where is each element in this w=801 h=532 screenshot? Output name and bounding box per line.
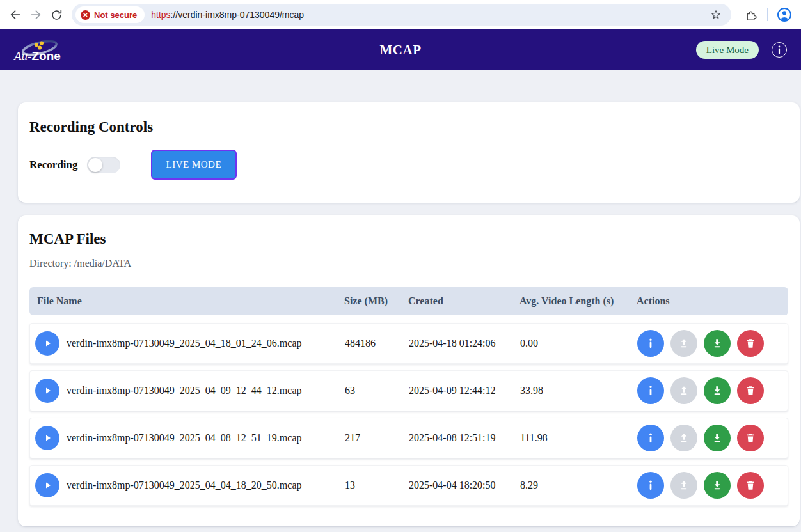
directory-path: Directory: /media/DATA [29,258,788,269]
row-actions [637,377,788,404]
column-header-file-name: File Name [29,295,344,307]
file-name: verdin-imx8mp-07130049_2025_04_04_18_20_… [67,480,345,491]
upload-icon [678,337,690,350]
file-name: verdin-imx8mp-07130049_2025_04_08_12_51_… [67,432,345,444]
upload-button[interactable] [670,377,697,404]
forward-button[interactable] [26,4,46,25]
download-button[interactable] [704,377,731,404]
recording-toggle[interactable] [87,157,120,173]
file-size: 63 [345,385,409,396]
info-button[interactable] [637,425,664,451]
app-header: Au-Zone MCAP Live Mode [0,29,801,70]
file-created: 2025-04-18 01:24:06 [409,338,520,349]
column-header-created: Created [408,295,519,307]
live-mode-button[interactable]: LIVE MODE [151,150,237,180]
file-size: 484186 [345,338,409,349]
column-header-size: Size (MB) [344,295,408,307]
play-icon [42,480,53,491]
play-button[interactable] [35,473,59,497]
reload-button[interactable] [46,4,67,25]
download-icon [711,479,724,492]
delete-button[interactable] [737,377,764,404]
play-button[interactable] [35,331,59,356]
file-size: 13 [345,480,409,491]
play-icon [42,385,53,396]
row-actions [637,330,788,357]
extensions-button[interactable] [740,4,761,25]
url-scheme: https [151,10,170,20]
download-button[interactable] [704,472,731,499]
file-name: verdin-imx8mp-07130049_2025_04_09_12_44_… [67,385,345,396]
info-icon [646,338,655,348]
upload-icon [678,432,690,444]
recording-controls-title: Recording Controls [29,119,788,136]
upload-button[interactable] [670,425,697,451]
main-content: Recording Controls Recording LIVE MODE M… [0,70,801,526]
info-icon [646,386,655,396]
row-actions [637,472,788,499]
page-title: MCAP [380,42,422,58]
download-button[interactable] [704,330,731,357]
info-icon [646,480,655,490]
upload-icon [678,479,690,492]
play-icon [42,338,53,349]
recording-label: Recording [29,159,78,171]
column-header-actions: Actions [637,295,788,307]
upload-button[interactable] [670,330,697,357]
header-info-button[interactable] [772,42,787,58]
file-size: 217 [345,432,409,444]
delete-button[interactable] [737,472,764,499]
info-button[interactable] [637,330,664,357]
info-button[interactable] [637,472,664,499]
recording-controls-row: Recording LIVE MODE [29,150,788,180]
upload-button[interactable] [670,472,697,499]
bookmark-button[interactable] [707,6,725,24]
file-avg-video-length: 33.98 [520,385,637,396]
table-row: verdin-imx8mp-07130049_2025_04_18_01_24_… [29,323,788,364]
not-secure-icon: ✕ [81,10,90,20]
trash-icon [745,338,756,349]
back-button[interactable] [5,4,26,25]
table-row: verdin-imx8mp-07130049_2025_04_09_12_44_… [29,370,788,411]
star-icon [710,8,722,21]
header-right: Live Mode [696,41,787,59]
row-actions [637,425,788,451]
download-icon [711,432,724,444]
profile-button[interactable] [774,4,795,25]
url-rest: ://verdin-imx8mp-07130049/mcap [171,10,305,20]
column-header-avg-video-length: Avg. Video Length (s) [519,295,637,307]
url-text[interactable]: https://verdin-imx8mp-07130049/mcap [151,10,707,20]
play-button[interactable] [35,379,59,403]
reload-icon [50,8,63,22]
delete-button[interactable] [737,330,764,357]
trash-icon [745,385,756,396]
security-chip-label: Not secure [94,10,137,20]
live-mode-badge: Live Mode [696,41,759,59]
table-row: verdin-imx8mp-07130049_2025_04_04_18_20_… [29,465,788,506]
address-bar[interactable]: ✕ Not secure https://verdin-imx8mp-07130… [72,4,731,26]
files-table: File Name Size (MB) Created Avg. Video L… [29,287,788,506]
file-created: 2025-04-09 12:44:12 [409,385,520,396]
forward-arrow-icon [29,8,43,22]
auzone-brand-text: Au-Zone [14,51,61,62]
file-name: verdin-imx8mp-07130049_2025_04_18_01_24_… [67,338,345,349]
puzzle-icon [744,8,757,22]
download-icon [711,384,724,397]
file-created: 2025-04-08 12:51:19 [409,432,520,444]
browser-toolbar-right [740,4,795,25]
mcap-files-title: MCAP Files [29,231,788,247]
file-created: 2025-04-04 18:20:50 [409,480,520,491]
info-button[interactable] [637,377,664,404]
play-button[interactable] [35,426,59,450]
toggle-knob [88,158,102,172]
back-arrow-icon [8,8,22,22]
browser-toolbar: ✕ Not secure https://verdin-imx8mp-07130… [0,0,801,29]
delete-button[interactable] [737,425,764,451]
trash-icon [745,432,756,444]
file-avg-video-length: 0.00 [520,338,637,349]
mcap-files-card: MCAP Files Directory: /media/DATA File N… [18,215,800,526]
auzone-logo[interactable]: Au-Zone [14,38,63,62]
file-avg-video-length: 111.98 [520,432,637,444]
security-chip[interactable]: ✕ Not secure [75,6,145,23]
download-button[interactable] [704,425,731,451]
